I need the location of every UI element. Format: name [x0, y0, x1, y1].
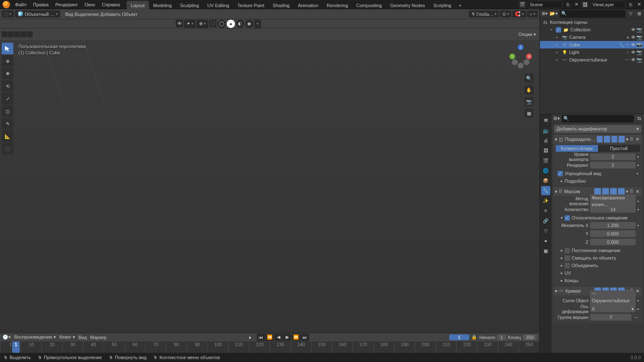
outliner-row[interactable]: ▸📷Camera●👁📷 [540, 33, 644, 41]
tab-compositing[interactable]: Compositing [352, 1, 386, 10]
tool-scale[interactable]: ⤢ [2, 93, 13, 105]
autokey-icon[interactable]: ● [247, 334, 253, 341]
mod-delete-icon[interactable]: ✕ [634, 137, 641, 142]
modifier-name[interactable]: Подразделе… [564, 137, 595, 142]
transform-orientation[interactable]: ↯ Глоба…▾ [469, 10, 499, 18]
outliner-row-scene[interactable]: 🗀Коллекция сцены [540, 18, 644, 26]
tab-uv[interactable]: UV Editing [203, 1, 233, 10]
mod-show-cage-icon[interactable] [597, 136, 603, 143]
tool-measure[interactable]: 📐 [2, 130, 13, 142]
mod-show-cage-icon[interactable] [594, 188, 601, 195]
timeline-menu-playback[interactable]: Воспроизведение ▾ [14, 334, 56, 340]
prop-tab-viewlayer-icon[interactable]: 🖼 [541, 146, 550, 155]
outliner-row[interactable]: ▾✓📁Collection👁📷 [540, 26, 644, 33]
outliner-type-selector[interactable]: ≣▾ [542, 11, 548, 16]
outliner-row[interactable]: ▸💡Light○👁📷 [540, 48, 644, 56]
outliner-row[interactable]: ▸▽Cube🔧 ✧👁📷 [540, 41, 644, 48]
properties-editor-type[interactable]: ⚙▾ [553, 116, 560, 121]
viewport-menu-object[interactable]: Объект [122, 12, 137, 17]
subdiv-render-field[interactable]: 2 [590, 162, 636, 168]
gizmo-dropdown[interactable]: ✦▾ [184, 20, 196, 28]
visibility-icon[interactable]: 👁 [631, 27, 636, 33]
outliner-filter-icon[interactable]: ▽ [627, 10, 634, 17]
mod-show-viewport-icon[interactable] [611, 136, 618, 143]
perspective-toggle-icon[interactable]: ▦ [524, 109, 534, 118]
add-modifier-dropdown[interactable]: Добавить модификатор▾ [554, 125, 641, 133]
collection-checkbox[interactable]: ✓ [556, 27, 561, 33]
properties-pin-icon[interactable]: ⇆ [636, 115, 642, 122]
objoffset-checkbox[interactable] [565, 255, 570, 261]
toolheader-btn[interactable] [8, 31, 14, 37]
collapse-icon[interactable]: ▾ [555, 189, 557, 194]
outliner-new-collection-icon[interactable]: ⊞ [636, 10, 642, 17]
array-objoffset-header[interactable]: ▸Смещать по объекту [556, 254, 640, 262]
tool-add-cube[interactable]: ⬚ [2, 143, 13, 155]
current-frame-field[interactable]: 1 [449, 334, 469, 340]
tab-add-icon[interactable]: + [455, 1, 465, 10]
prop-tab-particles-icon[interactable]: ✨ [541, 196, 550, 205]
shading-wireframe-icon[interactable]: ◯ [217, 20, 226, 28]
array-uv-header[interactable]: ▸UV [556, 269, 640, 277]
visibility-icon[interactable]: 👁 [631, 35, 636, 40]
timeline-menu-marker[interactable]: Маркер [90, 335, 107, 340]
editor-type-selector[interactable]: ⬚▾ [2, 10, 14, 18]
prop-tab-mesh-icon[interactable]: ▽ [541, 226, 550, 235]
outliner-tree[interactable]: 🗀Коллекция сцены ▾✓📁Collection👁📷▸📷Camera… [540, 18, 644, 114]
prop-tab-constraints-icon[interactable]: 🔗 [541, 216, 550, 225]
overlay-dropdown[interactable]: ⊕▾ [197, 20, 208, 28]
modifier-name[interactable]: Массив [563, 189, 593, 194]
menu-window[interactable]: Окно [81, 0, 99, 9]
tab-scripting[interactable]: Scripting [429, 1, 455, 10]
array-factor-z-field[interactable]: 0.000 [590, 239, 636, 245]
jump-start-icon[interactable]: ⏮ [257, 334, 265, 341]
toolheader-btn[interactable] [27, 31, 33, 37]
scene-icon[interactable]: 🎬 [519, 1, 526, 8]
navigation-gizmo[interactable]: X Y Z [506, 43, 533, 70]
interaction-mode-selector[interactable]: 🧊 Объектный …▾ [15, 10, 60, 18]
scene-name-field[interactable]: Scene [528, 1, 563, 8]
viewlayer-new-icon[interactable]: ⎘ [627, 1, 634, 8]
tab-rendering[interactable]: Rendering [322, 1, 352, 10]
viewlayer-icon[interactable]: 🖼 [581, 1, 589, 8]
prop-tab-tool-icon[interactable]: 🛠 [541, 116, 550, 125]
tab-geonodes[interactable]: Geometry Nodes [386, 1, 429, 10]
menu-file[interactable]: Файл [12, 0, 30, 9]
subdiv-viewport-field[interactable]: 2 [590, 153, 636, 160]
outliner-display-mode[interactable]: 📂▾ [549, 11, 558, 16]
subdiv-simple-button[interactable]: Простой [598, 145, 640, 152]
tool-options-dropdown[interactable]: Опции ▾ [515, 28, 539, 40]
tool-cursor[interactable]: ⊕ [2, 55, 13, 67]
mod-apply-icon[interactable]: ⠿ [630, 137, 633, 142]
curve-axis-dropdown[interactable]: X ▾ [590, 306, 636, 312]
array-factor-y-field[interactable]: 0.000 [590, 230, 636, 237]
toolheader-btn[interactable] [2, 31, 8, 37]
render-visibility-icon[interactable]: 📷 [636, 50, 642, 55]
properties-search[interactable]: 🔍 [562, 115, 634, 122]
end-frame-field[interactable]: 250 [523, 334, 537, 340]
pan-icon[interactable]: ✋ [524, 85, 534, 94]
menu-edit[interactable]: Правка [30, 0, 52, 9]
prop-tab-texture-icon[interactable]: ▦ [541, 246, 550, 255]
viewlayer-name-field[interactable]: ViewLayer [590, 1, 626, 8]
tab-shading[interactable]: Shading [268, 1, 294, 10]
constoffset-checkbox[interactable] [565, 248, 570, 253]
render-visibility-icon[interactable]: 📷 [636, 27, 642, 33]
prop-tab-material-icon[interactable]: ● [541, 236, 550, 245]
camera-view-icon[interactable]: 📷 [524, 97, 534, 106]
outliner-row[interactable]: ▸〰ОкружностьБезье〰👁📷 [540, 56, 644, 64]
render-visibility-icon[interactable]: 📷 [636, 57, 642, 63]
array-factor-x-field[interactable]: 1.200 [590, 222, 636, 229]
mod-extras-icon[interactable]: ▾ [626, 137, 629, 142]
collapse-icon[interactable]: ▾ [555, 137, 557, 142]
mod-delete-icon[interactable]: ✕ [634, 189, 641, 194]
array-count-field[interactable]: 14 [590, 206, 636, 213]
array-constoffset-header[interactable]: ▸Постоянное смещение [556, 247, 640, 254]
snap-toggle[interactable]: 🧲▾ [512, 10, 526, 18]
tab-texture[interactable]: Texture Paint [233, 1, 268, 10]
visibility-icon[interactable]: 👁 [631, 57, 636, 63]
mod-show-render-icon[interactable] [618, 136, 625, 143]
tool-annotate[interactable]: ✎ [2, 118, 13, 130]
play-reverse-icon[interactable]: ◀ [274, 334, 283, 341]
array-merge-header[interactable]: ▸Объединить [556, 262, 640, 269]
shading-rendered-icon[interactable]: ◉ [245, 20, 253, 28]
